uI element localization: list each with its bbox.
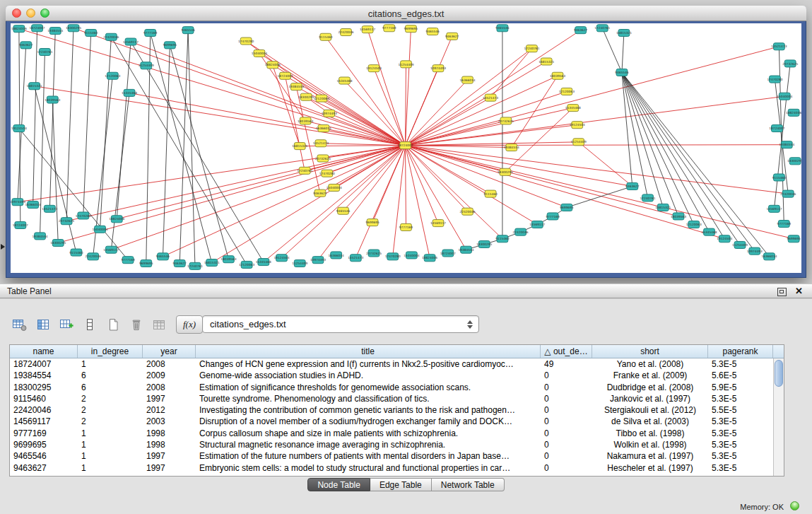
network-node[interactable]: 10974493	[11, 199, 25, 206]
network-node[interactable]: 16815321	[292, 143, 307, 150]
network-node[interactable]: 18300295	[66, 25, 81, 32]
network-node[interactable]: 18824006	[422, 255, 437, 262]
network-node[interactable]: 17240761	[524, 45, 539, 52]
network-node[interactable]: 14521473	[42, 205, 57, 212]
network-node[interactable]: 14569117	[430, 220, 446, 227]
row-options-button[interactable]	[80, 315, 100, 334]
network-node[interactable]: 17470280	[319, 170, 335, 177]
network-node[interactable]: 17470280	[767, 76, 782, 83]
network-node[interactable]: 16366014	[761, 253, 777, 260]
import-table-button[interactable]	[150, 315, 170, 334]
network-node[interactable]: 18039563	[220, 256, 236, 263]
new-file-button[interactable]	[103, 315, 123, 334]
network-node[interactable]: 17470280	[385, 253, 401, 260]
network-node[interactable]: 19384554	[779, 141, 794, 148]
network-node[interactable]: 16366014	[459, 76, 475, 83]
network-node[interactable]: 18300295	[476, 240, 492, 247]
network-node[interactable]: 22420046	[459, 208, 475, 215]
network-node[interactable]: 9777169	[546, 213, 560, 220]
network-node[interactable]: 18724007	[397, 142, 413, 149]
network-node[interactable]: 9699695	[139, 259, 153, 267]
network-node[interactable]: 18300295	[787, 158, 801, 165]
show-columns-button[interactable]	[33, 315, 53, 334]
network-node[interactable]: 18039563	[550, 72, 565, 79]
network-node[interactable]: 16366014	[316, 125, 331, 132]
network-node[interactable]: 18300295	[298, 93, 314, 100]
network-node[interactable]: 9699695	[163, 42, 177, 49]
network-node[interactable]: 22420046	[338, 29, 353, 36]
table-row[interactable]: 1830029562008Estimation of significance …	[10, 382, 773, 393]
network-node[interactable]: 20732625	[782, 60, 798, 67]
network-node[interactable]: 12120063	[559, 88, 575, 95]
network-node[interactable]: 17470280	[76, 212, 91, 219]
network-node[interactable]: 12120063	[686, 221, 702, 228]
network-node[interactable]: 9465546	[495, 25, 510, 32]
network-node[interactable]: 9699695	[787, 235, 801, 243]
network-node[interactable]: 9777169	[121, 257, 135, 264]
network-node[interactable]: 18724007	[13, 221, 28, 228]
network-node[interactable]: 14569117	[360, 26, 375, 33]
network-node[interactable]: 16366014	[329, 252, 344, 259]
network-node[interactable]: 18300295	[50, 240, 66, 247]
network-node[interactable]: 9463627	[625, 182, 640, 189]
network-node[interactable]: 14521473	[483, 94, 498, 101]
network-node[interactable]: 16815321	[616, 29, 632, 36]
network-node[interactable]: 18824006	[109, 216, 124, 223]
network-node[interactable]: 10974493	[747, 247, 763, 255]
network-node[interactable]: 9465546	[425, 28, 440, 35]
network-node[interactable]: 18039563	[45, 96, 60, 103]
network-view-canvas[interactable]: 1872400719384554183002959115460224200461…	[11, 23, 801, 273]
network-node[interactable]: 17240761	[594, 25, 610, 32]
network-node[interactable]: 15345468	[256, 259, 271, 266]
network-node[interactable]: 16366014	[25, 201, 41, 209]
column-header-title[interactable]: title	[196, 345, 541, 358]
network-node[interactable]: 9463627	[574, 27, 588, 34]
network-node[interactable]: 9465546	[181, 27, 195, 34]
network-node[interactable]: 17240761	[187, 262, 203, 269]
network-node[interactable]: 18724007	[440, 250, 456, 257]
network-node[interactable]: 18300295	[498, 168, 513, 175]
network-node[interactable]: 22420046	[86, 253, 101, 260]
network-node[interactable]: 18824006	[11, 25, 27, 33]
new-column-button[interactable]	[57, 315, 76, 334]
network-node[interactable]: 16815321	[204, 259, 220, 267]
network-node[interactable]: 14521473	[313, 140, 329, 147]
network-node[interactable]: 22420046	[513, 228, 529, 235]
table-row[interactable]: 1872400712008Changes of HCN gene express…	[10, 358, 773, 370]
network-node[interactable]: 16815321	[27, 83, 42, 90]
table-row[interactable]: 1456911722003Disruption of a novel membe…	[10, 416, 773, 427]
network-node[interactable]: 9465546	[156, 253, 170, 260]
network-node[interactable]: 22420046	[780, 190, 796, 197]
table-row[interactable]: 2242004622012Investigating the contribut…	[10, 404, 773, 416]
network-node[interactable]: 9115460	[772, 174, 787, 181]
function-builder-button[interactable]: f(x)	[176, 315, 203, 334]
column-header-pagerank[interactable]: pagerank	[708, 345, 773, 358]
tab-edge-table[interactable]: Edge Table	[370, 478, 432, 491]
network-node[interactable]: 19384554	[32, 233, 47, 240]
column-header-year[interactable]: year	[143, 345, 196, 358]
network-node[interactable]: 17240761	[37, 48, 52, 55]
table-row[interactable]: 946362711997Embryonic stem cells: a mode…	[10, 462, 773, 474]
network-node[interactable]: 15345468	[122, 89, 137, 96]
network-node[interactable]: 19124504	[366, 65, 382, 72]
network-node[interactable]: 18724007	[277, 72, 293, 79]
network-node[interactable]: 14569117	[103, 246, 119, 253]
network-node[interactable]: 14569117	[123, 38, 139, 45]
network-node[interactable]: 15040004	[92, 226, 107, 233]
network-node[interactable]: 9115460	[69, 249, 83, 256]
network-node[interactable]: 11254409	[292, 259, 307, 267]
network-node[interactable]: 11254409	[398, 61, 413, 68]
network-node[interactable]: 20732625	[498, 117, 514, 124]
network-node[interactable]: 19384554	[288, 83, 304, 90]
network-node[interactable]: 15345468	[565, 105, 581, 112]
network-node[interactable]: 17240761	[297, 167, 312, 174]
network-node[interactable]: 9699695	[560, 204, 574, 211]
network-node[interactable]: 19124504	[274, 255, 290, 262]
network-node[interactable]: 14569117	[529, 221, 545, 228]
network-node[interactable]: 11254409	[571, 139, 587, 146]
table-scrollbar[interactable]	[773, 358, 784, 476]
network-node[interactable]: 11254409	[139, 62, 154, 69]
table-mode-button[interactable]	[10, 315, 30, 334]
network-node[interactable]: 19384554	[504, 144, 519, 151]
table-row[interactable]: 977716911998Corpus callosum shape and si…	[10, 428, 773, 439]
